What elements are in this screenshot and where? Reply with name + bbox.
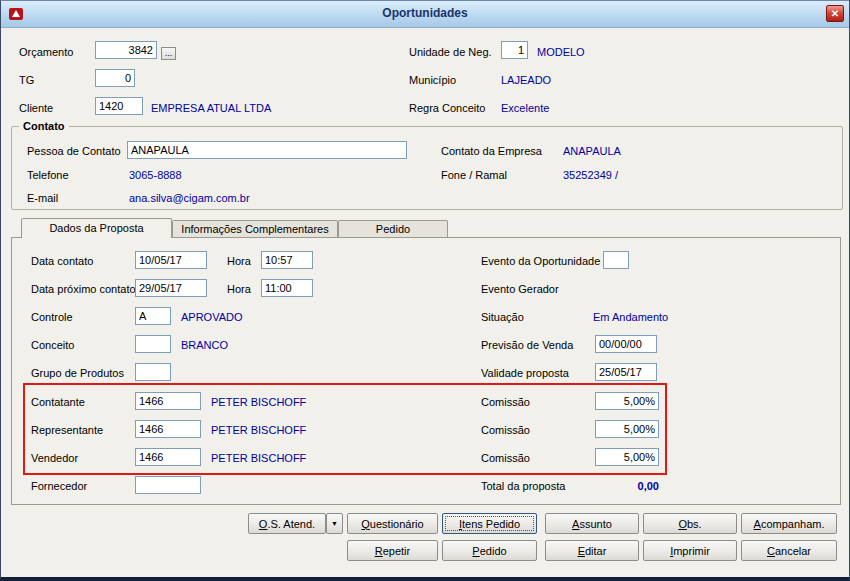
hora-proximo-label: Hora: [227, 282, 251, 296]
imprimir-button[interactable]: Imprimir: [643, 540, 737, 561]
unidade-name: MODELO: [537, 45, 585, 59]
controle-label: Controle: [31, 310, 73, 324]
tg-input[interactable]: [95, 69, 135, 87]
conceito-desc: BRANCO: [181, 338, 228, 352]
os-atend-dropdown-icon[interactable]: ▼: [326, 513, 343, 534]
tab-dados-da-proposta[interactable]: Dados da Proposta: [21, 218, 172, 238]
pessoa-contato-input[interactable]: [127, 141, 407, 159]
orcamento-browse-button[interactable]: ...: [161, 47, 176, 60]
hora-contato-input[interactable]: [261, 251, 313, 269]
contato-empresa-label: Contato da Empresa: [441, 144, 542, 158]
cliente-label: Cliente: [19, 101, 53, 115]
tg-label: TG: [19, 73, 34, 87]
os-atend-button[interactable]: O.S. Atend.: [248, 513, 326, 534]
representante-name: PETER BISCHOFF: [211, 423, 306, 437]
comissao-representante-input[interactable]: [595, 420, 659, 438]
email-value: ana.silva@cigam.com.br: [129, 191, 250, 205]
oportunidades-window: Oportunidades ✕ Orçamento ... TG Cliente…: [0, 0, 850, 581]
comissao-contatante-label: Comissão: [481, 395, 530, 409]
repetir-button[interactable]: Repetir: [347, 540, 438, 561]
fone-ramal-label: Fone / Ramal: [441, 168, 507, 182]
obs-button[interactable]: Obs.: [643, 513, 737, 534]
data-contato-label: Data contato: [31, 254, 93, 268]
comissao-contatante-input[interactable]: [595, 392, 659, 410]
cliente-name: EMPRESA ATUAL LTDA: [151, 101, 271, 115]
contatante-label: Contatante: [31, 395, 85, 409]
fornecedor-label: Fornecedor: [31, 479, 87, 493]
comissao-vendedor-label: Comissão: [481, 451, 530, 465]
orcamento-label: Orçamento: [19, 45, 73, 59]
titlebar[interactable]: Oportunidades ✕: [1, 1, 849, 28]
contato-group-title: Contato: [19, 119, 69, 133]
contato-empresa-value: ANAPAULA: [563, 144, 621, 158]
representante-input[interactable]: [135, 420, 201, 438]
assunto-button[interactable]: Assunto: [545, 513, 639, 534]
unidade-label: Unidade de Neg.: [409, 45, 492, 59]
data-proximo-contato-label: Data próximo contato: [31, 282, 136, 296]
total-proposta-value: 0,00: [595, 479, 659, 493]
evento-oportunidade-label: Evento da Oportunidade: [481, 254, 600, 268]
cliente-input[interactable]: [95, 97, 143, 115]
window-title: Oportunidades: [1, 6, 849, 20]
vendedor-label: Vendedor: [31, 451, 78, 465]
telefone-label: Telefone: [27, 168, 69, 182]
telefone-value: 3065-8888: [129, 168, 182, 182]
situacao-value: Em Andamento: [593, 310, 668, 324]
editar-button[interactable]: Editar: [545, 540, 639, 561]
municipio-value: LAJEADO: [501, 73, 551, 87]
comissao-vendedor-input[interactable]: [595, 448, 659, 466]
evento-oportunidade-input[interactable]: [603, 251, 629, 269]
regra-conceito-label: Regra Conceito: [409, 101, 485, 115]
questionario-button[interactable]: Questionário: [347, 513, 438, 534]
validade-proposta-label: Validade proposta: [481, 366, 569, 380]
pedido-button[interactable]: Pedido: [442, 540, 537, 561]
itens-pedido-button[interactable]: Itens Pedido: [442, 513, 537, 534]
validade-proposta-input[interactable]: [595, 363, 657, 381]
total-proposta-label: Total da proposta: [481, 479, 565, 493]
grupo-produtos-label: Grupo de Produtos: [31, 366, 124, 380]
acompanham-button[interactable]: Acompanham.: [741, 513, 837, 534]
conceito-input[interactable]: [135, 335, 171, 353]
data-proximo-contato-input[interactable]: [135, 279, 207, 297]
representante-label: Representante: [31, 423, 103, 437]
previsao-venda-input[interactable]: [595, 335, 657, 353]
orcamento-input[interactable]: [95, 41, 157, 59]
fornecedor-input[interactable]: [135, 476, 201, 494]
unidade-input[interactable]: [501, 41, 528, 59]
data-contato-input[interactable]: [135, 251, 207, 269]
close-icon[interactable]: ✕: [826, 5, 844, 22]
fone-ramal-value: 35252349 /: [563, 168, 618, 182]
hora-contato-label: Hora: [227, 254, 251, 268]
controle-input[interactable]: [135, 307, 171, 325]
evento-gerador-label: Evento Gerador: [481, 282, 559, 296]
municipio-label: Município: [409, 73, 456, 87]
tab-pedido[interactable]: Pedido: [338, 220, 448, 237]
tab-informacoes-complementares[interactable]: Informações Complementares: [172, 220, 338, 237]
vendedor-input[interactable]: [135, 448, 201, 466]
contatante-input[interactable]: [135, 392, 201, 410]
email-label: E-mail: [27, 191, 58, 205]
contatante-name: PETER BISCHOFF: [211, 395, 306, 409]
previsao-venda-label: Previsão de Venda: [481, 338, 573, 352]
comissao-representante-label: Comissão: [481, 423, 530, 437]
hora-proximo-input[interactable]: [261, 279, 313, 297]
controle-desc: APROVADO: [181, 310, 243, 324]
grupo-produtos-input[interactable]: [135, 363, 171, 381]
vendedor-name: PETER BISCHOFF: [211, 451, 306, 465]
situacao-label: Situação: [481, 310, 524, 324]
pessoa-contato-label: Pessoa de Contato: [27, 144, 121, 158]
regra-conceito-value: Excelente: [501, 101, 549, 115]
conceito-label: Conceito: [31, 338, 74, 352]
cancelar-button[interactable]: Cancelar: [741, 540, 837, 561]
